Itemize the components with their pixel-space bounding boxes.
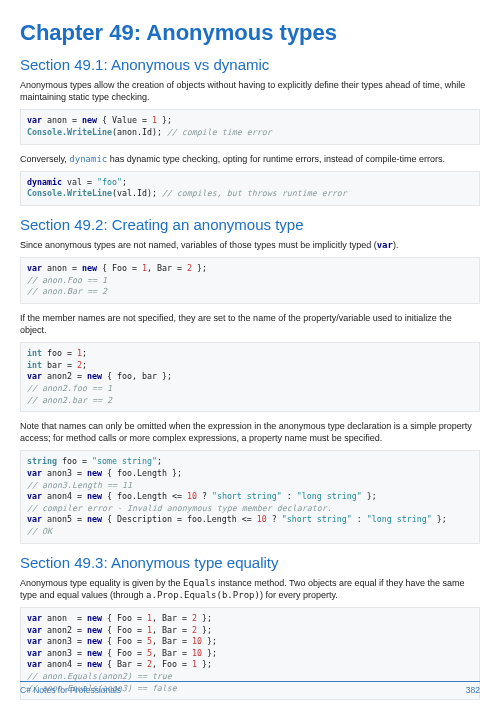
s1-p1: Anonymous types allow the creation of ob… — [20, 79, 480, 103]
chapter-heading: Chapter 49: Anonymous types — [20, 20, 480, 46]
section-49-2-heading: Section 49.2: Creating an anonymous type — [20, 216, 480, 233]
code-block-4: int foo = 1; int bar = 2; var anon2 = ne… — [20, 342, 480, 412]
code-block-3: var anon = new { Foo = 1, Bar = 2 }; // … — [20, 257, 480, 304]
s1-p2: Conversely, dynamic has dynamic type che… — [20, 153, 480, 165]
code-block-5: string foo = "some string"; var anon3 = … — [20, 450, 480, 543]
page-number: 382 — [466, 685, 480, 695]
page-footer: C# Notes for Professionals 382 — [20, 681, 480, 695]
s2-p2: If the member names are not specified, t… — [20, 312, 480, 336]
code-block-2: dynamic val = "foo"; Console.WriteLine(v… — [20, 171, 480, 206]
s2-p1: Since anonymous types are not named, var… — [20, 239, 480, 251]
s2-p3: Note that names can only be omitted when… — [20, 420, 480, 444]
section-49-1-heading: Section 49.1: Anonymous vs dynamic — [20, 56, 480, 73]
footer-title: C# Notes for Professionals — [20, 685, 121, 695]
code-block-1: var anon = new { Value = 1 }; Console.Wr… — [20, 109, 480, 144]
s3-p1: Anonymous type equality is given by the … — [20, 577, 480, 601]
section-49-3-heading: Section 49.3: Anonymous type equality — [20, 554, 480, 571]
